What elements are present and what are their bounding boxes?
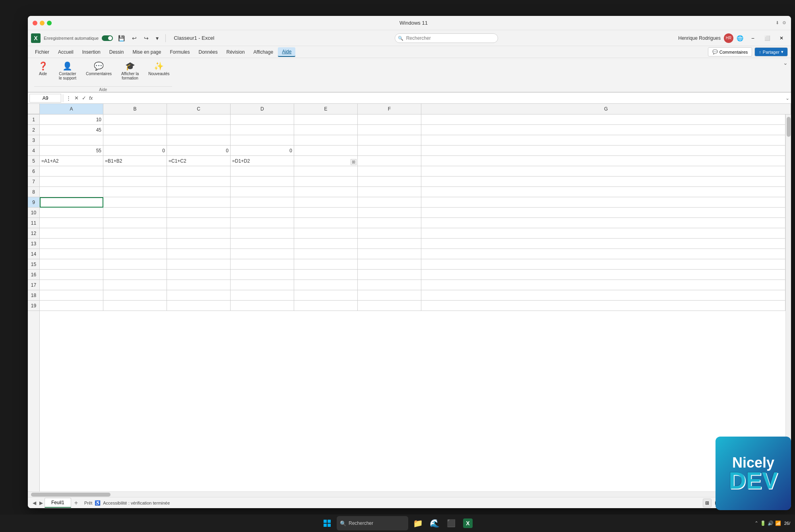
cell-C11[interactable] [167,218,231,228]
taskbar-excel-icon[interactable]: X [461,516,475,530]
ribbon-nouveautes-button[interactable]: ✨ Nouveautés [146,60,172,78]
col-header-G[interactable]: G [421,104,791,114]
cell-F16[interactable] [358,270,421,280]
cell-B1[interactable] [103,115,167,125]
restore-button[interactable]: ⬜ [761,33,774,43]
vertical-scrollbar-thumb[interactable] [787,117,791,137]
row-header-11[interactable]: 11 [28,218,39,228]
maximize-traffic-light[interactable] [47,21,52,25]
cell-C18[interactable] [167,290,231,301]
cell-G8[interactable] [421,187,785,197]
taskbar-time[interactable]: 26/ [784,521,790,526]
row-header-7[interactable]: 7 [28,177,39,187]
cell-F3[interactable] [358,135,421,146]
cell-G15[interactable] [421,259,785,270]
cell-C19[interactable] [167,301,231,311]
cell-E2[interactable] [294,125,358,135]
cell-E17[interactable] [294,280,358,290]
row-header-6[interactable]: 6 [28,166,39,177]
cell-G13[interactable] [421,239,785,249]
cell-A12[interactable] [40,228,103,239]
cell-B3[interactable] [103,135,167,146]
cell-D11[interactable] [231,218,294,228]
add-sheet-button[interactable]: + [71,498,81,508]
row-header-4[interactable]: 4 [28,146,39,156]
menu-aide[interactable]: Aide [278,47,295,57]
wifi-tray-icon[interactable]: 📶 [775,520,781,526]
cell-G9[interactable] [421,197,785,208]
minimize-button[interactable]: – [747,33,759,43]
cell-F7[interactable] [358,177,421,187]
undo-button[interactable]: ↩ [130,34,139,43]
menu-donnees[interactable]: Données [194,48,221,56]
cell-G19[interactable] [421,301,785,311]
row-header-18[interactable]: 18 [28,290,39,301]
menu-accueil[interactable]: Accueil [54,48,78,56]
cell-C13[interactable] [167,239,231,249]
cell-A2[interactable]: 45 [40,125,103,135]
cell-A11[interactable] [40,218,103,228]
minimize-traffic-light[interactable] [40,21,45,25]
ribbon-aide-button[interactable]: ❓ Aide [34,60,52,78]
cell-D14[interactable] [231,249,294,259]
cell-E16[interactable] [294,270,358,280]
cell-E19[interactable] [294,301,358,311]
cell-E15[interactable] [294,259,358,270]
cell-B16[interactable] [103,270,167,280]
cell-D7[interactable] [231,177,294,187]
row-header-1[interactable]: 1 [28,115,39,125]
cell-F2[interactable] [358,125,421,135]
horizontal-scrollbar[interactable] [28,493,791,497]
save-button[interactable]: 💾 [116,34,127,43]
cell-name-box[interactable] [29,94,61,103]
row-header-10[interactable]: 10 [28,208,39,218]
cell-F18[interactable] [358,290,421,301]
share-button[interactable]: ↑ Partager ▾ [754,47,788,56]
row-header-16[interactable]: 16 [28,270,39,280]
cell-D3[interactable] [231,135,294,146]
network-icon[interactable]: 🔋 [760,520,766,526]
row-header-2[interactable]: 2 [28,125,39,135]
normal-view-btn[interactable]: ⊞ [703,499,712,507]
cell-G3[interactable] [421,135,785,146]
cell-C7[interactable] [167,177,231,187]
cell-E3[interactable] [294,135,358,146]
cell-C10[interactable] [167,208,231,218]
paste-options-icon[interactable]: ⊞ [351,159,357,165]
cell-G12[interactable] [421,228,785,239]
cell-G5[interactable] [421,156,785,166]
formula-confirm-btn[interactable]: ✓ [81,95,87,101]
cell-A16[interactable] [40,270,103,280]
cell-E9[interactable] [294,197,358,208]
cell-B5[interactable]: =B1+B2 [103,156,167,166]
cell-G16[interactable] [421,270,785,280]
autosave-toggle[interactable] [102,35,113,41]
cell-D8[interactable] [231,187,294,197]
cell-E18[interactable] [294,290,358,301]
cell-B8[interactable] [103,187,167,197]
taskbar-files-icon[interactable]: 📁 [411,516,425,530]
cell-E11[interactable] [294,218,358,228]
row-header-14[interactable]: 14 [28,249,39,259]
cell-D16[interactable] [231,270,294,280]
formula-cancel-btn[interactable]: ✕ [73,95,80,101]
cell-F1[interactable] [358,115,421,125]
cell-A18[interactable] [40,290,103,301]
close-traffic-light[interactable] [33,21,37,25]
menu-formules[interactable]: Formules [166,48,194,56]
menu-affichage[interactable]: Affichage [250,48,277,56]
row-header-8[interactable]: 8 [28,187,39,197]
taskbar-edge-icon[interactable]: 🌊 [427,516,442,530]
taskbar-windows-icon[interactable] [320,516,334,530]
menu-fichier[interactable]: Fichier [31,48,53,56]
col-header-C[interactable]: C [167,104,231,114]
cell-E14[interactable] [294,249,358,259]
cell-E10[interactable] [294,208,358,218]
cell-E6[interactable] [294,166,358,177]
cell-D1[interactable] [231,115,294,125]
cell-E7[interactable] [294,177,358,187]
ribbon-comments-button[interactable]: 💬 Commentaires [83,60,114,78]
cell-A5[interactable]: =A1+A2 [40,156,103,166]
menu-insertion[interactable]: Insertion [78,48,105,56]
cell-C3[interactable] [167,135,231,146]
